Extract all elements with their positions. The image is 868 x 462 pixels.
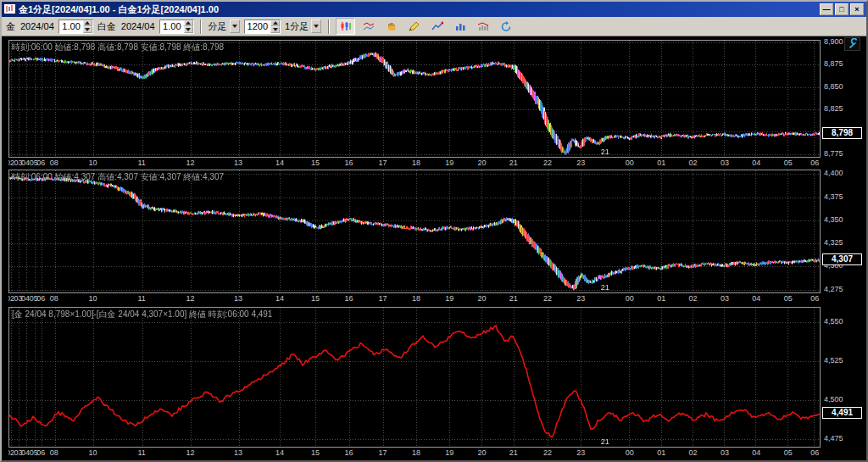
x-axis-tick-label: 01 — [657, 159, 665, 167]
x-axis-tick-label: 04 — [752, 159, 760, 167]
x-axis-tick-label: 15 — [311, 159, 320, 167]
x-axis-tick-label: 04 — [752, 294, 760, 303]
close-button[interactable]: × — [850, 3, 864, 15]
trendline-icon — [431, 21, 443, 31]
pencil-icon — [409, 21, 420, 31]
x-axis-tick-label: 01 — [657, 448, 665, 457]
up-arrow-icon — [186, 21, 191, 25]
period-type-value: 分足 — [209, 20, 227, 33]
title-bar[interactable]: 金1分足[2024/04]1.00 - 白金1分足[2024/04]1.00 —… — [2, 2, 866, 17]
x-axis-tick-label: 18 — [412, 294, 420, 303]
x-axis-tick-label: 10 — [89, 159, 97, 167]
hand-tool-button[interactable] — [381, 18, 401, 35]
x-axis-tick-label: 04 — [21, 448, 30, 457]
x-axis-tick-label: 00 — [626, 294, 634, 303]
x-axis-tick-label: 11 — [137, 159, 145, 167]
spread-info-line: [金 24/04 8,798×1.00]-[白金 24/04 4,307×1.0… — [12, 309, 272, 320]
platinum-ratio-spinbox[interactable]: 1.00 — [159, 19, 194, 34]
trendline-tool-button[interactable] — [427, 18, 447, 35]
platinum-info-line: 時刻:06:00 始値:4,307 高値:4,307 安値:4,307 終値:4… — [12, 171, 224, 183]
gold-plot[interactable]: 時刻:06:00 始値:8,798 高値:8,798 安値:8,798 終値:8… — [8, 40, 821, 158]
date-marker: 21 — [601, 148, 609, 156]
gold-ratio-value[interactable]: 1.00 — [59, 20, 83, 33]
spread-plot[interactable]: [金 24/04 8,798×1.00]-[白金 24/04 4,307×1.0… — [8, 307, 821, 448]
indicator-chart-button[interactable] — [473, 18, 492, 35]
y-axis-tick-label: 8,825 — [824, 104, 843, 113]
x-axis-tick-label: 03 — [721, 448, 729, 457]
interval-dropdown[interactable]: 1分足 — [284, 19, 322, 34]
gold-label: 金 — [6, 20, 15, 33]
bar-count-spinbox[interactable]: 1200 — [244, 19, 281, 34]
x-axis-tick-label: 01 — [657, 294, 665, 303]
platinum-ratio-value[interactable]: 1.00 — [160, 20, 184, 33]
x-axis-tick-label: 06 — [36, 294, 45, 303]
candlestick-icon — [340, 21, 352, 31]
refresh-button[interactable] — [496, 18, 515, 35]
minimize-button[interactable]: — — [820, 3, 833, 15]
x-axis-tick-label: 08 — [50, 294, 58, 303]
settings-wrench-button[interactable] — [844, 37, 860, 51]
dropdown-arrow-icon[interactable] — [311, 19, 321, 33]
candlestick-mode-button[interactable] — [336, 18, 355, 35]
y-axis-tick-label: 4,550 — [824, 317, 843, 326]
gold-ratio-spinbox[interactable]: 1.00 — [58, 19, 93, 34]
hand-icon — [386, 21, 398, 31]
y-axis-tick-label: 4,500 — [824, 395, 843, 404]
interval-value: 1分足 — [285, 20, 309, 33]
down-arrow-icon — [273, 28, 278, 31]
x-axis-tick-label: 18 — [412, 448, 420, 457]
x-axis-tick-label: 06 — [810, 159, 819, 167]
x-axis-tick-label: 00 — [626, 448, 634, 457]
platinum-last-price-tag: 4,307 — [822, 253, 862, 265]
platinum-contract-field[interactable]: 2024/04 — [120, 21, 156, 31]
y-axis-tick-label: 8,900 — [824, 37, 843, 46]
bar-chart-button[interactable] — [450, 18, 470, 35]
platinum-ratio-up-button[interactable] — [184, 20, 193, 27]
spread-last-price-tag: 4,491 — [822, 407, 862, 419]
x-axis-tick-label: 15 — [311, 294, 320, 303]
y-axis-tick-label: 8,775 — [824, 149, 843, 158]
up-arrow-icon — [85, 21, 90, 25]
platinum-ratio-down-button[interactable] — [184, 26, 193, 33]
period-type-dropdown[interactable]: 分足 — [208, 19, 241, 34]
pencil-tool-button[interactable] — [404, 18, 424, 35]
gold-price-axis: 8,798 8,7758,8008,8258,8508,8758,900 — [822, 40, 865, 158]
x-axis-tick-label: 02 — [689, 159, 698, 167]
bar-count-value[interactable]: 1200 — [245, 20, 270, 33]
x-axis-tick-label: 16 — [344, 159, 353, 167]
toolbar-divider — [200, 19, 202, 34]
gold-contract-field[interactable]: 2024/04 — [19, 21, 55, 31]
platinum-plot[interactable]: 時刻:06:00 始値:4,307 高値:4,307 安値:4,307 終値:4… — [8, 170, 821, 293]
y-axis-tick-label: 4,400 — [824, 169, 843, 177]
gold-ratio-up-button[interactable] — [83, 20, 92, 27]
x-axis-tick-label: 04 — [752, 448, 760, 457]
toolbar-divider — [328, 19, 330, 34]
bar-count-up-button[interactable] — [270, 20, 280, 27]
x-axis-tick-label: 14 — [275, 294, 284, 303]
x-axis-tick-label: 05 — [784, 448, 793, 457]
x-axis-tick-label: 22 — [543, 159, 552, 167]
x-axis-tick-label: 20 — [477, 448, 486, 457]
maximize-button[interactable]: □ — [835, 3, 849, 15]
y-axis-tick-label: 4,475 — [824, 434, 843, 443]
y-axis-tick-label: 4,350 — [824, 215, 843, 224]
x-axis-tick-label: 08 — [50, 448, 58, 457]
spread-time-axis: 0203040506081011121314151617181920212223… — [8, 448, 821, 459]
x-axis-tick-label: 20 — [477, 159, 486, 167]
x-axis-tick-label: 03 — [721, 159, 729, 167]
platinum-time-axis: 0203040506081011121314151617181920212223… — [8, 294, 821, 304]
x-axis-tick-label: 19 — [445, 159, 453, 167]
window-title: 金1分足[2024/04]1.00 - 白金1分足[2024/04]1.00 — [19, 3, 816, 16]
bar-count-down-button[interactable] — [270, 26, 280, 33]
platinum-chart-panel: 時刻:06:00 始値:4,307 高値:4,307 安値:4,307 終値:4… — [8, 170, 821, 304]
gold-info-line: 時刻:06:00 始値:8,798 高値:8,798 安値:8,798 終値:8… — [12, 42, 224, 53]
compare-chart-button[interactable] — [359, 18, 378, 35]
x-axis-tick-label: 17 — [379, 159, 387, 167]
x-axis-tick-label: 02 — [689, 448, 698, 457]
dropdown-arrow-icon[interactable] — [230, 19, 240, 33]
x-axis-tick-label: 12 — [186, 294, 195, 303]
x-axis-tick-label: 15 — [311, 448, 320, 457]
gold-ratio-down-button[interactable] — [83, 26, 92, 33]
x-axis-tick-label: 10 — [89, 448, 97, 457]
chart-area: 時刻:06:00 始値:8,798 高値:8,798 安値:8,798 終値:8… — [3, 36, 865, 459]
